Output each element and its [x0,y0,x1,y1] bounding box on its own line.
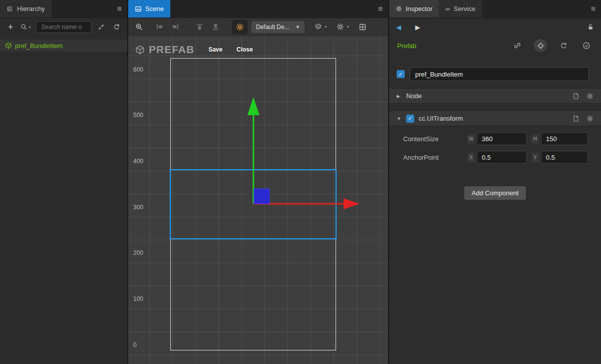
add-node-button[interactable]: + [5,21,17,33]
content-size-label: ContentSize [403,135,467,143]
hierarchy-search-box[interactable] [36,21,92,33]
uitransform-section-title: cc.UITransform [419,115,463,122]
tab-hierarchy-label: Hierarchy [17,5,45,13]
hierarchy-panel: Hierarchy ≡ + ▼ [0,0,128,364]
align-bottom-button[interactable] [209,21,221,33]
node-active-checkbox[interactable]: ✓ [397,70,405,78]
split-view-button[interactable] [357,21,369,33]
docs-icon[interactable] [572,115,579,122]
docs-icon[interactable] [572,93,579,100]
hierarchy-menu-icon[interactable]: ≡ [117,0,122,18]
unlink-prefab-button[interactable] [511,39,524,52]
h-badge: H [531,134,539,144]
chevron-down-icon: ▼ [28,26,32,29]
prefab-mode-title: PREFAB [149,44,194,56]
chevron-right-icon[interactable]: ▶ [397,94,402,99]
hierarchy-tree: pref_BundleItem [0,36,127,52]
align-left-icon [156,23,163,31]
refresh-icon [560,42,567,50]
zoom-tool-button[interactable] [133,21,145,33]
refresh-button[interactable] [111,21,123,33]
add-component-button[interactable]: Add Component [464,186,526,200]
layers-icon [315,23,322,31]
y-badge: Y [531,153,539,162]
revert-prefab-button[interactable] [557,39,570,52]
gizmo-x-arrowhead[interactable] [344,198,360,209]
tab-inspector-label: Inspector [406,5,432,13]
uitransform-enabled-checkbox[interactable]: ✓ [406,115,414,123]
uitransform-props: ContentSize W H AnchorPoint X Y [389,126,601,168]
tab-service-label: Service [454,5,475,13]
camera-mode-dropdown[interactable]: Default De... ▼ [251,21,305,33]
prefab-asset-row: Prefab [389,36,601,55]
search-icon [21,24,28,31]
anchor-point-y-input[interactable] [541,151,588,164]
prefab-close-button[interactable]: Close [236,46,253,53]
uitransform-section-header[interactable]: ▼ ✓ cc.UITransform [389,111,601,126]
prefab-cube-icon [5,42,12,49]
search-input[interactable] [40,23,87,31]
collapse-all-button[interactable] [95,21,107,33]
inspector-menu-icon[interactable]: ≡ [591,0,595,18]
align-left-button[interactable] [153,21,165,33]
anchor-point-x-input[interactable] [477,151,527,164]
chevron-down-icon: ▼ [324,25,328,29]
prefab-cube-icon [135,45,145,55]
gizmo-sun-icon [236,23,244,31]
gizmo-toggle-button[interactable] [232,20,247,34]
gear-icon [337,23,344,31]
zoom-icon [135,23,143,31]
editor-window: Hierarchy ≡ + ▼ [0,0,601,364]
prefab-save-button[interactable]: Save [208,46,222,53]
scene-viewport[interactable]: 600 500 400 300 200 100 0 [128,36,388,364]
section-gap [389,104,601,111]
tab-hierarchy[interactable]: Hierarchy [0,0,52,18]
unlock-icon[interactable] [587,24,594,31]
gear-icon[interactable] [586,115,593,122]
align-top-icon [196,23,203,31]
align-right-icon [172,23,179,31]
align-right-button[interactable] [169,21,181,33]
tab-service[interactable]: ∞ Service [439,0,482,18]
history-back-button[interactable]: ◀ [396,24,401,31]
transform-gizmo[interactable] [128,36,387,364]
layers-dropdown[interactable]: ▼ [315,23,328,31]
hierarchy-icon [7,6,14,13]
broken-link-icon [513,42,521,50]
anchor-point-row: AnchorPoint X Y [389,150,601,165]
node-name-row: ✓ [389,55,601,88]
gear-icon[interactable] [586,93,593,100]
content-size-h-input[interactable] [541,132,588,145]
tree-item-prefab[interactable]: pref_BundleItem [0,40,127,52]
scene-panel: Scene ≡ [128,0,389,364]
chevron-down-icon[interactable]: ▼ [397,116,402,121]
content-size-w-input[interactable] [477,132,527,145]
tab-inspector[interactable]: Inspector [389,0,439,18]
node-section-actions [572,93,593,100]
scene-settings-dropdown[interactable]: ▼ [337,23,350,31]
gizmo-y-arrowhead[interactable] [247,97,259,115]
chevron-down-icon: ▼ [295,25,300,30]
scene-menu-icon[interactable]: ≡ [378,0,383,18]
node-name-input[interactable] [410,67,589,81]
scene-image-icon [135,6,142,13]
search-filter-button[interactable]: ▼ [20,21,32,33]
inspector-nav-row: ◀ ▶ [389,18,601,36]
check-circle-icon [582,42,590,50]
tree-item-label: pref_BundleItem [15,42,63,50]
tab-scene[interactable]: Scene [128,0,170,18]
gizmo-xy-plane-handle[interactable] [254,189,269,204]
prefab-actions [511,39,593,52]
apply-prefab-button[interactable] [580,39,593,52]
locate-prefab-button[interactable] [534,39,547,52]
tab-scene-label: Scene [145,5,164,13]
hierarchy-toolbar: + ▼ [0,18,127,36]
prefab-edit-overlay: PREFAB Save Close [135,44,253,56]
add-component-row: Add Component [389,186,601,200]
history-forward-button[interactable]: ▶ [415,24,420,31]
w-badge: W [467,134,475,144]
chevron-down-icon: ▼ [346,25,350,29]
hierarchy-tabbar: Hierarchy ≡ [0,0,127,18]
align-top-button[interactable] [193,21,205,33]
node-section-header[interactable]: ▶ Node [389,88,601,104]
